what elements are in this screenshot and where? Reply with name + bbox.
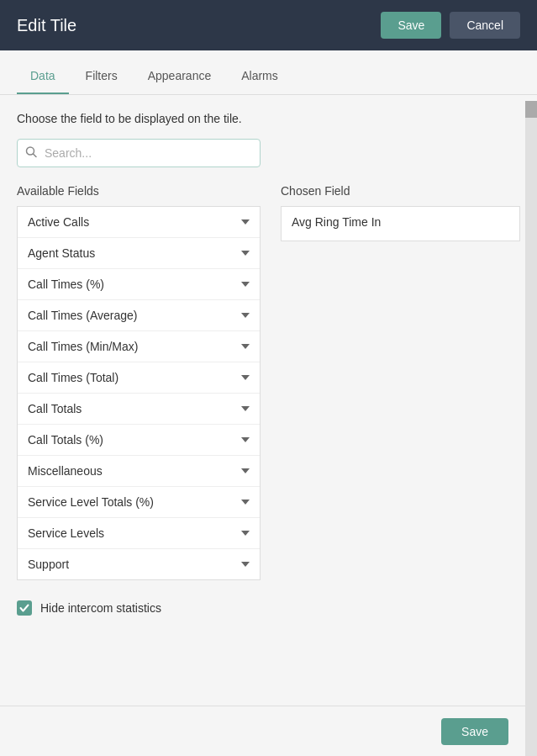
hide-intercom-checkbox[interactable] [17, 600, 32, 616]
field-item-agent-status[interactable]: Agent Status [18, 238, 260, 269]
search-container [17, 139, 261, 167]
field-item-call-times-avg[interactable]: Call Times (Average) [18, 300, 260, 331]
columns-layout: Available Fields Active Calls Agent Stat… [17, 184, 520, 580]
checkbox-row: Hide intercom statistics [17, 600, 520, 616]
field-item-call-times-pct[interactable]: Call Times (%) [18, 269, 260, 300]
header: Edit Tile Save Cancel [0, 0, 537, 50]
field-list: Active Calls Agent Status Call Times (%)… [17, 206, 261, 580]
field-item-active-calls[interactable]: Active Calls [18, 207, 260, 238]
save-button-header[interactable]: Save [381, 12, 441, 39]
field-item-call-totals-pct[interactable]: Call Totals (%) [18, 425, 260, 456]
available-fields-panel: Available Fields Active Calls Agent Stat… [17, 184, 261, 580]
field-item-call-times-total[interactable]: Call Times (Total) [18, 362, 260, 394]
chosen-field-label: Chosen Field [281, 184, 520, 198]
chevron-down-icon [241, 375, 250, 380]
chevron-down-icon [241, 437, 250, 442]
cancel-button-header[interactable]: Cancel [450, 12, 520, 39]
tab-appearance[interactable]: Appearance [134, 59, 225, 94]
chevron-down-icon [241, 219, 250, 225]
hide-intercom-label: Hide intercom statistics [40, 601, 161, 615]
chosen-field-value: Avg Ring Time In [281, 206, 520, 241]
chevron-down-icon [241, 344, 250, 349]
tab-filters[interactable]: Filters [72, 59, 131, 94]
chevron-down-icon [241, 406, 250, 411]
chevron-down-icon [241, 531, 250, 536]
bottom-bar: Save [0, 706, 525, 756]
scrollbar-thumb-right[interactable] [525, 101, 537, 118]
tab-data[interactable]: Data [17, 59, 69, 94]
tabs-bar: Data Filters Appearance Alarms [0, 50, 537, 95]
description-text: Choose the field to be displayed on the … [17, 112, 520, 125]
save-button-bottom[interactable]: Save [441, 718, 508, 745]
field-item-service-levels[interactable]: Service Levels [18, 518, 260, 549]
search-input[interactable] [17, 139, 261, 167]
chevron-down-icon [241, 251, 250, 256]
field-item-miscellaneous[interactable]: Miscellaneous [18, 456, 260, 487]
field-item-call-totals[interactable]: Call Totals [18, 394, 260, 425]
svg-line-1 [34, 154, 37, 157]
chevron-down-icon [241, 313, 250, 318]
scrollbar-track-right[interactable] [525, 101, 537, 756]
field-item-call-times-minmax[interactable]: Call Times (Min/Max) [18, 331, 260, 362]
chevron-down-icon [241, 500, 250, 505]
available-fields-label: Available Fields [17, 184, 261, 198]
page-title: Edit Tile [17, 16, 76, 35]
field-item-support[interactable]: Support [18, 549, 260, 579]
search-icon [25, 146, 37, 161]
content-panel: Choose the field to be displayed on the … [0, 95, 537, 632]
chevron-down-icon [241, 562, 250, 567]
main-content-area: Data Filters Appearance Alarms Choose th… [0, 50, 537, 756]
header-buttons: Save Cancel [381, 12, 520, 39]
chevron-down-icon [241, 282, 250, 287]
chevron-down-icon [241, 468, 250, 473]
field-item-service-level-totals-pct[interactable]: Service Level Totals (%) [18, 487, 260, 518]
chosen-field-panel: Chosen Field Avg Ring Time In [281, 184, 520, 580]
tab-alarms[interactable]: Alarms [228, 59, 292, 94]
